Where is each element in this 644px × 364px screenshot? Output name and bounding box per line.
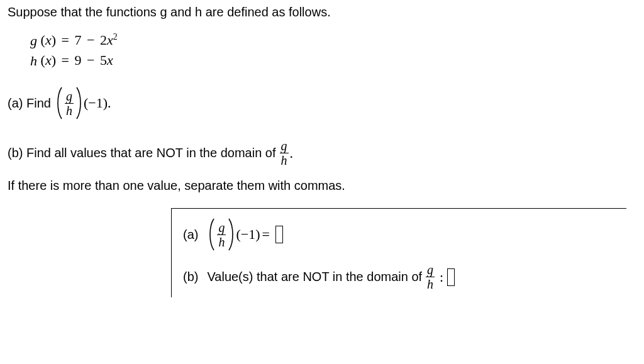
frac-num: g bbox=[426, 263, 435, 277]
answer-b-label: (b) bbox=[183, 270, 198, 284]
frac-den: h bbox=[217, 235, 226, 249]
arg-1: 1 bbox=[248, 226, 255, 243]
part-b-text: (b) Find all values that are NOT in the … bbox=[8, 146, 276, 160]
num-7: 7 bbox=[75, 32, 82, 48]
frac-num: g bbox=[280, 139, 289, 153]
arg-close: ) bbox=[255, 226, 260, 243]
var-x3: x bbox=[107, 52, 113, 68]
num-2: 2 bbox=[100, 32, 107, 48]
close-paren: ) bbox=[52, 32, 56, 48]
var-x: x bbox=[45, 32, 52, 48]
frac-num: g bbox=[65, 89, 74, 103]
frac-den: h bbox=[65, 104, 74, 118]
part-b: (b) Find all values that are NOT in the … bbox=[8, 139, 293, 167]
frac-num: g bbox=[217, 221, 226, 234]
neg-sign: − bbox=[241, 226, 248, 243]
fraction-g-over-h-ansb: g h bbox=[426, 263, 435, 291]
fn-h: h bbox=[30, 52, 37, 71]
arg-open: ( bbox=[84, 95, 88, 111]
equals: = bbox=[60, 32, 71, 48]
follow-up-text: If there is more than one value, separat… bbox=[8, 179, 636, 193]
answer-a-input[interactable] bbox=[275, 226, 283, 243]
part-a: (a) Find g h (−1). bbox=[8, 86, 636, 120]
definition-h: h (x) = 9 − 5x bbox=[30, 51, 636, 71]
colon: : bbox=[440, 269, 443, 285]
arg-close: ) bbox=[103, 95, 108, 111]
big-paren-open-icon bbox=[55, 86, 64, 120]
period: . bbox=[290, 145, 294, 162]
open-paren: ( bbox=[41, 52, 45, 68]
var-x2: x bbox=[107, 32, 113, 48]
minus: − bbox=[85, 32, 96, 48]
frac-den: h bbox=[426, 277, 435, 291]
big-paren-open-icon bbox=[207, 218, 216, 251]
answer-row-b: (b) Value(s) that are NOT in the domain … bbox=[179, 263, 619, 291]
definition-g: g (x) = 7 − 2x2 bbox=[30, 31, 636, 51]
fraction-g-over-h-b: g h bbox=[280, 139, 289, 167]
arg-1: 1 bbox=[96, 95, 103, 111]
open-paren: ( bbox=[41, 32, 45, 48]
frac-den: h bbox=[280, 153, 289, 167]
function-definitions: g (x) = 7 − 2x2 h (x) = 9 − 5x bbox=[30, 31, 636, 71]
equals: = bbox=[60, 52, 71, 68]
math-problem-page: Suppose that the functions g and h are d… bbox=[0, 0, 644, 302]
power-2: 2 bbox=[113, 32, 118, 41]
neg-sign: − bbox=[88, 95, 96, 111]
answer-b-text: Value(s) that are NOT in the domain of bbox=[207, 270, 422, 284]
close-paren: ) bbox=[52, 52, 56, 68]
part-a-label: (a) Find bbox=[8, 96, 51, 111]
answer-row-a: (a) g h (−1) = bbox=[179, 218, 619, 251]
answer-b-input[interactable] bbox=[447, 268, 455, 286]
equals: = bbox=[260, 226, 272, 243]
answer-box: (a) g h (−1) = (b) Value(s) tha bbox=[171, 208, 626, 297]
intro-text: Suppose that the functions g and h are d… bbox=[8, 5, 636, 19]
answer-a-label: (a) bbox=[183, 228, 198, 242]
num-5: 5 bbox=[100, 52, 107, 68]
fn-g: g bbox=[30, 31, 37, 51]
fraction-g-over-h: g h bbox=[65, 89, 74, 118]
minus: − bbox=[85, 52, 96, 68]
fraction-g-over-h-ans: g h bbox=[217, 221, 226, 249]
var-x: x bbox=[45, 52, 52, 68]
period: . bbox=[108, 95, 111, 111]
num-9: 9 bbox=[75, 52, 82, 68]
big-paren-close-icon bbox=[227, 218, 236, 251]
arg-open: ( bbox=[236, 226, 240, 243]
big-paren-close-icon bbox=[75, 86, 84, 120]
